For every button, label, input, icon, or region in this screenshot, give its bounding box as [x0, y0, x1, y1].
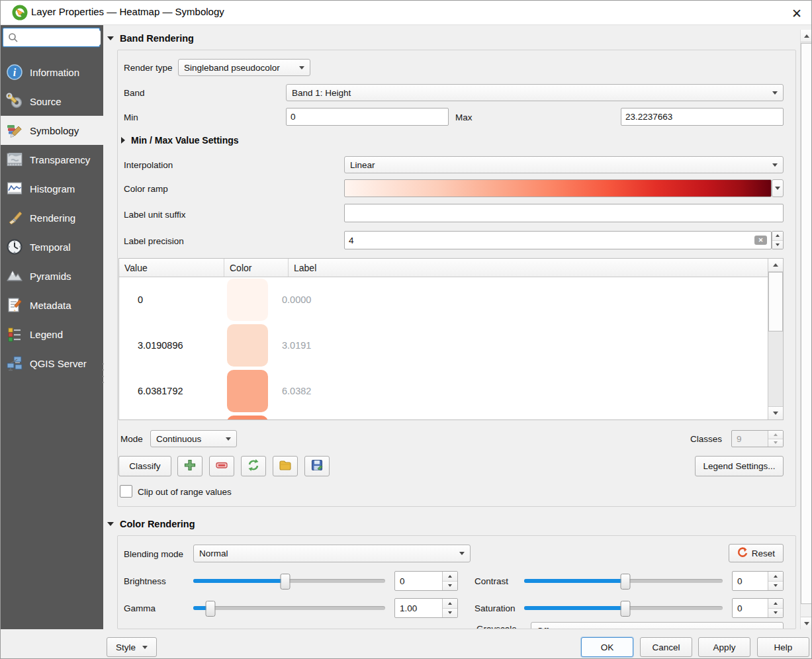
row-color-cell[interactable]	[218, 279, 277, 321]
legend-icon	[5, 325, 24, 343]
search-input[interactable]	[20, 30, 101, 45]
slider-handle[interactable]	[621, 574, 631, 590]
contrast-value: 0	[733, 572, 768, 590]
color-ramp-preview[interactable]	[344, 179, 772, 197]
apply-button[interactable]: Apply	[698, 637, 750, 657]
sidebar-item-information[interactable]: i Information	[1, 58, 103, 87]
sidebar-item-legend[interactable]: Legend	[1, 320, 103, 349]
row-value[interactable]: 6.0381792	[119, 386, 218, 396]
blending-mode-select[interactable]: Normal	[193, 545, 471, 562]
table-row[interactable]: 0 0.0000	[119, 277, 768, 322]
remove-entry-button[interactable]	[209, 456, 234, 476]
row-color-cell[interactable]	[218, 370, 277, 412]
blending-mode-value: Normal	[199, 549, 228, 558]
sidebar-search[interactable]	[3, 28, 100, 47]
color-ramp-dropdown-button[interactable]	[772, 179, 784, 197]
sidebar-item-transparency[interactable]: Transparency	[1, 145, 103, 174]
row-label[interactable]: 3.0191	[277, 340, 768, 351]
render-type-select[interactable]: Singleband pseudocolor	[178, 59, 310, 76]
scrollbar-thumb[interactable]	[801, 43, 812, 604]
scroll-up-icon[interactable]	[801, 30, 812, 42]
legend-settings-button[interactable]: Legend Settings...	[695, 456, 784, 476]
close-icon[interactable]: ✕	[788, 5, 805, 22]
row-value[interactable]: 0	[119, 294, 218, 305]
table-row[interactable]: 6.0381792 6.0382	[119, 368, 768, 414]
ok-button[interactable]: OK	[581, 637, 633, 657]
color-swatch[interactable]	[227, 279, 268, 321]
style-menu-button[interactable]: Style	[107, 637, 157, 657]
saturation-slider[interactable]	[524, 600, 723, 616]
sidebar-item-source[interactable]: Source	[1, 87, 103, 116]
color-rendering-header[interactable]: Color Rendering	[107, 519, 195, 529]
slider-handle[interactable]	[621, 601, 631, 617]
reset-button[interactable]: Reset	[729, 544, 784, 562]
sidebar-item-symbology[interactable]: Symbology	[1, 116, 103, 145]
sidebar-item-label: Rendering	[30, 212, 75, 224]
classify-button[interactable]: Classify	[118, 456, 171, 476]
dialog-scrollbar[interactable]	[800, 30, 812, 629]
row-label[interactable]: 6.0382	[277, 386, 768, 396]
color-swatch[interactable]	[227, 324, 268, 367]
sidebar-item-metadata[interactable]: Metadata	[1, 290, 103, 320]
save-color-map-button[interactable]	[304, 456, 330, 476]
gamma-slider[interactable]	[193, 600, 385, 616]
minmax-settings-header[interactable]: Min / Max Value Settings	[121, 135, 239, 146]
saturation-stepper[interactable]: 0	[732, 598, 784, 618]
cancel-button[interactable]: Cancel	[640, 637, 692, 657]
band-select[interactable]: Band 1: Height	[286, 84, 784, 101]
section-title: Color Rendering	[120, 519, 195, 529]
sidebar-item-qgis-server[interactable]: QGIS Server	[1, 349, 103, 378]
scroll-down-icon[interactable]	[801, 617, 812, 629]
color-swatch[interactable]	[227, 370, 268, 412]
label-unit-suffix-input[interactable]	[344, 204, 784, 222]
row-color-cell[interactable]	[218, 416, 277, 420]
brightness-stepper[interactable]: 0	[394, 571, 458, 591]
row-label[interactable]: 0.0000	[277, 294, 768, 305]
color-swatch[interactable]	[227, 416, 268, 420]
load-color-map-button[interactable]	[273, 456, 298, 476]
scrollbar-thumb[interactable]	[768, 272, 783, 331]
band-rendering-panel: Render type Singleband pseudocolor Band …	[117, 50, 796, 507]
sidebar-item-label: Histogram	[30, 183, 75, 195]
mode-select[interactable]: Continuous	[150, 430, 237, 447]
classes-stepper[interactable]: 9	[731, 430, 784, 447]
table-scrollbar[interactable]	[768, 259, 783, 419]
clip-out-of-range-checkbox[interactable]	[120, 485, 132, 498]
grayscale-select[interactable]: Off	[531, 622, 784, 629]
table-row[interactable]: 3.0190896 3.0191	[119, 322, 768, 368]
brightness-slider[interactable]	[193, 573, 385, 589]
add-entry-button[interactable]	[177, 456, 203, 476]
max-input[interactable]	[621, 108, 784, 126]
svg-text:i: i	[13, 67, 17, 78]
gamma-stepper[interactable]: 1.00	[394, 598, 458, 618]
table-row[interactable]	[119, 414, 768, 419]
label-precision-input[interactable]: 4 ✕	[344, 231, 772, 249]
row-value[interactable]: 3.0190896	[119, 340, 218, 351]
column-header-label[interactable]: Label	[289, 259, 768, 277]
column-header-value[interactable]: Value	[119, 259, 224, 277]
sidebar-splitter[interactable]	[101, 361, 105, 385]
classes-label: Classes	[690, 434, 722, 444]
clear-value-icon[interactable]: ✕	[754, 236, 767, 245]
scroll-up-icon[interactable]	[768, 259, 783, 272]
band-rendering-header[interactable]: Band Rendering	[107, 33, 194, 44]
scroll-down-icon[interactable]	[768, 406, 783, 419]
sidebar-item-pyramids[interactable]: Pyramids	[1, 261, 103, 290]
sidebar-item-rendering[interactable]: Rendering	[1, 203, 103, 232]
help-button[interactable]: Help	[757, 637, 809, 657]
contrast-slider[interactable]	[524, 573, 723, 589]
interpolation-select[interactable]: Linear	[344, 156, 784, 173]
cancel-label: Cancel	[652, 642, 680, 652]
column-header-color[interactable]: Color	[224, 259, 289, 277]
row-color-cell[interactable]	[218, 324, 277, 367]
expand-arrow-icon	[121, 137, 125, 144]
sidebar-item-temporal[interactable]: Temporal	[1, 232, 103, 261]
min-input[interactable]	[286, 108, 449, 126]
label-precision-stepper[interactable]	[772, 231, 784, 249]
sidebar-item-label: Metadata	[30, 300, 71, 311]
slider-handle[interactable]	[281, 574, 291, 590]
sidebar-item-histogram[interactable]: Histogram	[1, 174, 103, 203]
swap-direction-button[interactable]	[241, 456, 266, 476]
contrast-stepper[interactable]: 0	[732, 571, 784, 591]
slider-handle[interactable]	[206, 601, 216, 617]
